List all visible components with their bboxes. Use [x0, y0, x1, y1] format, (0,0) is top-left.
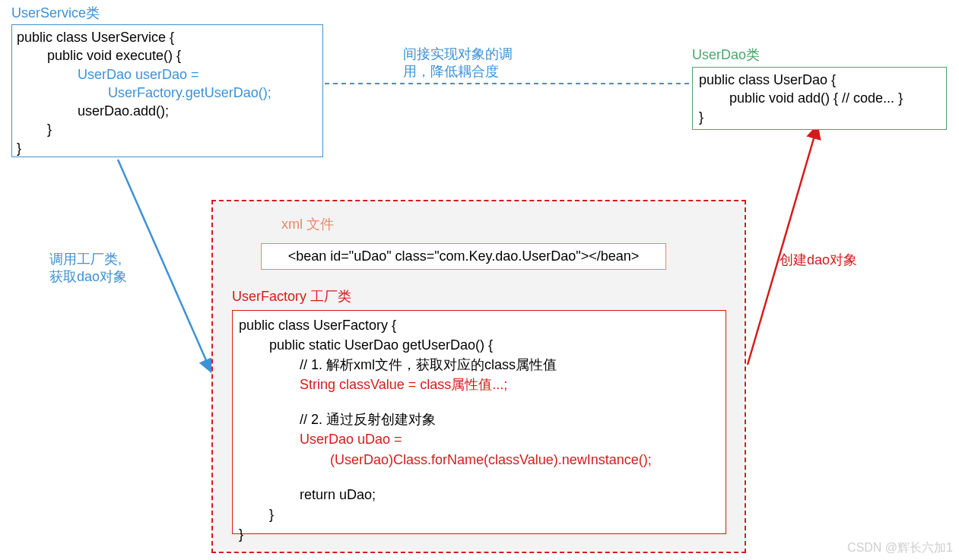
code-line: } [17, 120, 318, 138]
annotation-line: 用，降低耦合度 [403, 63, 513, 81]
userservice-box: public class UserService { public void e… [11, 24, 323, 157]
code-line: // 2. 通过反射创建对象 [239, 410, 719, 429]
userservice-title: UserService类 [11, 4, 100, 22]
middle-annotation: 间接实现对象的调 用，降低耦合度 [403, 46, 513, 80]
annotation-line: 获取dao对象 [49, 268, 127, 286]
code-line: public class UserFactory { [239, 315, 719, 335]
code-line: // 1. 解析xml文件，获取对应的class属性值 [239, 355, 719, 375]
code-line: } [699, 108, 940, 126]
code-line: (UserDao)Class.forName(classValue).newIn… [239, 450, 719, 470]
right-annotation: 创建dao对象 [780, 251, 857, 269]
svg-line-1 [118, 160, 211, 372]
watermark: CSDN @辉长六加1 [847, 540, 953, 556]
xml-title: xml 文件 [281, 215, 334, 233]
userfactory-box: public class UserFactory { public static… [232, 310, 726, 534]
xml-box: <bean id="uDao" class="com.Key.dao.UserD… [261, 243, 666, 270]
code-line: public void execute() { [17, 46, 318, 65]
annotation-line: 调用工厂类, [49, 251, 127, 268]
code-line: UserFactory.getUserDao(); [17, 84, 318, 102]
code-line: public class UserService { [17, 28, 318, 46]
code-line: public void add() { // code... } [699, 89, 940, 107]
code-line: } [239, 524, 719, 544]
left-annotation: 调用工厂类, 获取dao对象 [49, 251, 127, 285]
code-line: public static UserDao getUserDao() { [239, 335, 719, 355]
code-line: UserDao userDao = [17, 65, 318, 84]
code-line: String classValue = class属性值...; [239, 375, 719, 394]
code-line: } [239, 505, 719, 524]
annotation-line: 间接实现对象的调 [403, 46, 513, 63]
userfactory-title: UserFactory 工厂类 [232, 287, 351, 305]
userdao-box: public class UserDao { public void add()… [692, 67, 947, 130]
code-line: userDao.add(); [17, 102, 318, 120]
code-line: UserDao uDao = [239, 429, 719, 449]
xml-content: <bean id="uDao" class="com.Key.dao.UserD… [288, 248, 640, 264]
code-line: public class UserDao { [699, 71, 940, 89]
svg-line-2 [748, 125, 818, 365]
code-line: return uDao; [239, 485, 719, 505]
userdao-title: UserDao类 [692, 46, 760, 64]
code-line: } [17, 139, 318, 157]
